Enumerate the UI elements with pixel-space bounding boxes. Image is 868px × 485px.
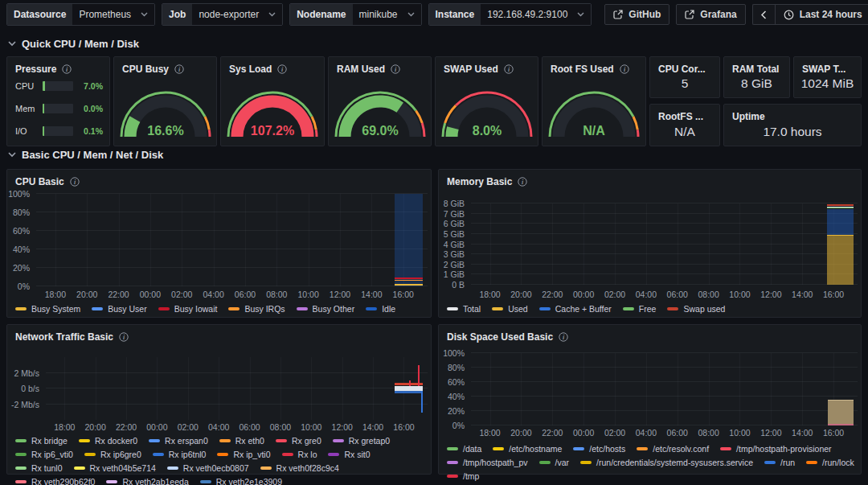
legend-item[interactable]: Rx ip_vti0 bbox=[217, 450, 270, 459]
plot-area[interactable] bbox=[471, 203, 858, 285]
variable-value-dropdown[interactable]: minikube bbox=[353, 4, 421, 25]
panel-title[interactable]: RootFS ... bbox=[658, 111, 703, 122]
panel-title[interactable]: Disk Space Used Basic bbox=[447, 331, 553, 343]
x-tick-label: 16:00 bbox=[823, 290, 844, 299]
variable-label: Job bbox=[162, 4, 192, 25]
panel-title[interactable]: RAM Used bbox=[337, 64, 385, 75]
gridline bbox=[552, 203, 553, 285]
legend-item[interactable]: /var bbox=[539, 458, 570, 467]
info-icon[interactable]: i bbox=[62, 64, 72, 74]
panel-title[interactable]: CPU Basic bbox=[15, 176, 64, 187]
variable-label: Datasource bbox=[7, 4, 72, 25]
legend-item[interactable]: Rx erspan0 bbox=[149, 436, 208, 446]
legend-item[interactable]: Rx ip6_vti0 bbox=[15, 450, 73, 459]
row-header-quick-cpu[interactable]: Quick CPU / Mem / Disk bbox=[8, 38, 139, 50]
time-shift-back-button[interactable] bbox=[752, 4, 775, 25]
legend-item[interactable]: /run/credentials/systemd-sysusers.servic… bbox=[580, 458, 753, 467]
info-icon[interactable]: i bbox=[277, 64, 287, 74]
legend-item[interactable]: /run bbox=[764, 458, 795, 467]
legend-item[interactable]: Rx veth2e1e3909 bbox=[200, 477, 282, 485]
legend-item[interactable]: Rx gre0 bbox=[276, 436, 321, 446]
legend-swatch bbox=[720, 447, 731, 450]
variable-value-dropdown[interactable]: Prometheus bbox=[72, 4, 154, 25]
legend-item[interactable]: Rx eth0 bbox=[219, 436, 264, 446]
info-icon[interactable]: i bbox=[559, 332, 568, 342]
info-icon[interactable]: i bbox=[174, 64, 184, 74]
legend-item[interactable]: Idle bbox=[366, 304, 395, 314]
plot-area[interactable] bbox=[46, 357, 428, 420]
legend-item[interactable]: /tmp/hostpath-provisioner bbox=[720, 444, 831, 454]
legend-item[interactable]: Rx veth0f28c9c4 bbox=[260, 463, 339, 473]
legend-item[interactable]: Busy Other bbox=[297, 304, 355, 314]
info-icon[interactable]: i bbox=[518, 177, 527, 187]
panel-title[interactable]: Memory Basic bbox=[447, 176, 512, 187]
legend-item[interactable]: Rx veth2ab1eeda bbox=[106, 477, 188, 485]
legend-item[interactable]: Used bbox=[492, 304, 528, 314]
panel-title[interactable]: Root FS Used bbox=[551, 64, 614, 75]
panel-title[interactable]: Pressure bbox=[15, 64, 56, 75]
y-tick-label: 8 GiB bbox=[444, 199, 465, 208]
legend-item[interactable]: Rx tunl0 bbox=[15, 463, 63, 473]
legend-item[interactable]: Total bbox=[447, 304, 481, 314]
tx-spike bbox=[421, 390, 423, 413]
panel-title[interactable]: Uptime bbox=[732, 111, 765, 122]
x-tick-label: 14:00 bbox=[792, 428, 813, 438]
x-tick-label: 18:00 bbox=[479, 290, 500, 299]
info-icon[interactable]: i bbox=[620, 64, 629, 74]
panel-title[interactable]: CPU Busy bbox=[122, 64, 169, 75]
grafana-link-button[interactable]: Grafana bbox=[676, 4, 745, 25]
panel-title[interactable]: RAM Total bbox=[732, 64, 779, 75]
panel-title[interactable]: SWAP T... bbox=[802, 64, 845, 75]
legend-item[interactable]: /etc/hostname bbox=[493, 444, 562, 454]
gridline bbox=[87, 194, 88, 286]
legend-item[interactable]: Rx sit0 bbox=[328, 450, 370, 459]
x-tick-label: 10:00 bbox=[301, 422, 321, 432]
panel-title[interactable]: Sys Load bbox=[229, 64, 272, 75]
row-header-basic-cpu[interactable]: Basic CPU / Mem / Net / Disk bbox=[8, 149, 163, 161]
gridline bbox=[157, 357, 158, 420]
x-tick-label: 18:00 bbox=[45, 290, 66, 299]
legend-item[interactable]: /data bbox=[447, 444, 481, 454]
legend-item[interactable]: Rx veth0ecb0807 bbox=[167, 463, 249, 473]
legend-item[interactable]: Rx veth04b5e714 bbox=[74, 463, 156, 473]
legend-item[interactable]: /etc/resolv.conf bbox=[637, 444, 709, 454]
info-icon[interactable]: i bbox=[119, 332, 129, 342]
legend-item[interactable]: Swap used bbox=[667, 304, 725, 314]
legend-item[interactable]: Cache + Buffer bbox=[539, 304, 612, 314]
legend-item[interactable]: Rx ip6gre0 bbox=[84, 450, 141, 459]
info-icon[interactable]: i bbox=[504, 64, 514, 74]
legend-item[interactable]: Busy IRQs bbox=[228, 304, 285, 314]
legend-item[interactable]: Busy System bbox=[15, 304, 80, 314]
clock-icon bbox=[784, 10, 794, 20]
gridline bbox=[646, 353, 647, 425]
plot-area[interactable] bbox=[36, 194, 428, 286]
legend-item[interactable]: Busy Iowait bbox=[158, 304, 218, 314]
legend-item[interactable]: Free bbox=[623, 304, 657, 314]
panel-title[interactable]: Network Traffic Basic bbox=[15, 331, 113, 343]
x-axis: 18:0020:0022:0000:0002:0004:0006:0008:00… bbox=[46, 422, 428, 433]
y-tick-label: 1 GiB bbox=[444, 269, 465, 279]
legend-item[interactable]: /tmp bbox=[447, 471, 479, 481]
github-link-button[interactable]: GitHub bbox=[604, 4, 669, 25]
legend-item[interactable]: /run/lock bbox=[806, 458, 854, 467]
variable-value-dropdown[interactable]: node-exporter bbox=[192, 4, 282, 25]
info-icon[interactable]: i bbox=[70, 177, 80, 187]
legend-item[interactable]: Rx veth290b62f0 bbox=[15, 477, 95, 485]
panel-title[interactable]: SWAP Used bbox=[444, 64, 498, 75]
time-range-picker[interactable]: Last 24 hours bbox=[775, 4, 868, 25]
legend-item[interactable]: /etc/hosts bbox=[573, 444, 625, 454]
legend-item[interactable]: Rx ip6tnl0 bbox=[153, 450, 207, 459]
legend-item[interactable]: /tmp/hostpath_pv bbox=[447, 458, 528, 467]
plot-area[interactable] bbox=[471, 353, 858, 425]
legend-item[interactable]: Busy User bbox=[92, 304, 146, 314]
legend-item[interactable]: Rx bridge bbox=[15, 436, 68, 446]
legend-item[interactable]: Rx lo bbox=[282, 450, 317, 459]
legend-item[interactable]: Rx gretap0 bbox=[333, 436, 390, 446]
gridline bbox=[46, 404, 428, 405]
info-icon[interactable]: i bbox=[391, 64, 400, 74]
variable-value-dropdown[interactable]: 192.168.49.2:9100 bbox=[481, 4, 591, 25]
series-busy-system-line bbox=[395, 284, 424, 286]
gridline bbox=[55, 194, 56, 286]
panel-title[interactable]: CPU Cor... bbox=[658, 64, 706, 75]
legend-item[interactable]: Rx docker0 bbox=[79, 436, 137, 446]
